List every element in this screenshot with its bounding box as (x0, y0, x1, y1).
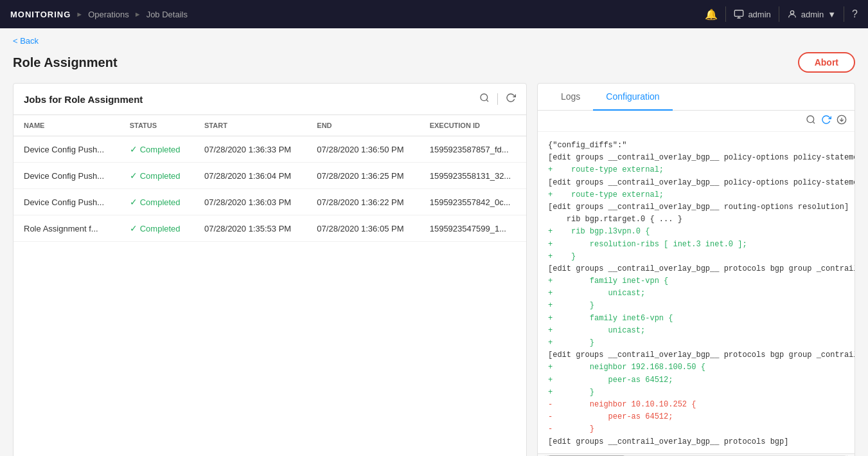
status-label: Completed (140, 224, 181, 233)
jobs-table: NAME STATUS START END EXECUTION ID Devic… (13, 115, 526, 242)
left-panel: Jobs for Role Assignment NAME STATUS (13, 83, 527, 456)
nav-icons: 🔔 admin admin ▼ ? (705, 6, 858, 22)
check-icon: ✓ (130, 170, 137, 181)
admin-monitor[interactable]: admin (734, 9, 770, 19)
config-line-normal: {"config_diffs":" (548, 141, 626, 150)
panel-header-icons (479, 93, 516, 105)
config-line-normal: [edit groups __contrail_overlay_bgp__ po… (548, 178, 855, 187)
svg-rect-0 (735, 10, 743, 16)
cell-status: ✓ Completed (120, 136, 194, 163)
config-line-normal: [edit groups __contrail_overlay_bgp__ po… (548, 153, 855, 162)
cell-execution-id: 1595923557842_0c... (420, 189, 526, 215)
table-row[interactable]: Device Config Push... ✓ Completed 07/28/… (13, 136, 526, 163)
top-nav: MONITORING ► Operations ► Job Details 🔔 … (0, 0, 868, 28)
main-layout: Jobs for Role Assignment NAME STATUS (13, 83, 855, 456)
config-line-normal: [edit groups __contrail_overlay_bgp__ pr… (548, 351, 855, 360)
config-line-normal: rib bgp.rtarget.0 { ... } (548, 215, 682, 224)
cell-execution-id: 1595923547599_1... (420, 215, 526, 242)
cell-execution-id: 1595923558131_32... (420, 163, 526, 189)
svg-point-2 (481, 94, 488, 101)
table-row[interactable]: Device Config Push... ✓ Completed 07/28/… (13, 163, 526, 189)
svg-line-3 (486, 100, 488, 102)
config-line-normal: [edit groups __contrail_overlay_bgp__ pr… (548, 264, 855, 273)
scrollbar-bottom[interactable]: ◀ ▶ (538, 453, 855, 456)
config-line-removed: - neighbor 10.10.10.252 { (548, 400, 696, 409)
cell-start: 07/28/2020 1:36:04 PM (194, 163, 306, 189)
cell-name: Device Config Push... (13, 136, 120, 163)
back-link[interactable]: < Back (13, 36, 39, 46)
user-icon (787, 9, 797, 19)
nav-arrow-1: ► (76, 10, 83, 18)
config-line-added: + } (548, 338, 594, 347)
admin-user[interactable]: admin ▼ (787, 9, 836, 19)
col-execution-id: EXECUTION ID (420, 115, 526, 136)
cell-status: ✓ Completed (120, 163, 194, 189)
config-content[interactable]: {"config_diffs":" [edit groups __contrai… (538, 132, 855, 453)
config-line-added: + } (548, 252, 576, 261)
tab-logs[interactable]: Logs (548, 84, 593, 111)
table-header-row: NAME STATUS START END EXECUTION ID (13, 115, 526, 136)
config-line-added: + unicast; (548, 289, 645, 298)
monitor-icon (734, 9, 744, 19)
cell-start: 07/28/2020 1:36:33 PM (194, 136, 306, 163)
col-end: END (306, 115, 419, 136)
abort-button[interactable]: Abort (798, 52, 855, 73)
col-name: NAME (13, 115, 120, 136)
search-icon (479, 93, 490, 103)
refresh-button[interactable] (506, 93, 516, 105)
svg-line-5 (813, 122, 815, 123)
page-header: Role Assignment Abort (13, 52, 855, 73)
check-icon: ✓ (130, 144, 137, 154)
cell-name: Device Config Push... (13, 163, 120, 189)
config-line-normal: [edit groups __contrail_overlay_bgp__ pr… (548, 437, 788, 446)
header-icon-divider (497, 93, 498, 105)
cell-end: 07/28/2020 1:36:05 PM (306, 215, 419, 242)
status-label: Completed (140, 145, 181, 154)
page-title: Role Assignment (13, 55, 118, 70)
table-row[interactable]: Role Assignment f... ✓ Completed 07/28/2… (13, 215, 526, 242)
svg-point-1 (790, 11, 793, 14)
config-line-removed: - peer-as 64512; (548, 412, 673, 421)
cell-end: 07/28/2020 1:36:50 PM (306, 136, 419, 163)
status-label: Completed (140, 197, 181, 207)
nav-divider-3 (844, 6, 844, 22)
table-row[interactable]: Device Config Push... ✓ Completed 07/28/… (13, 189, 526, 215)
config-line-added: + family inet-vpn { (548, 277, 668, 286)
config-refresh-icon[interactable] (821, 114, 831, 127)
admin-label-1: admin (748, 10, 770, 19)
config-line-added: + resolution-ribs [ inet.3 inet.0 ]; (548, 240, 747, 249)
tabs-bar: Logs Configuration (538, 84, 855, 111)
col-status: STATUS (120, 115, 194, 136)
cell-name: Device Config Push... (13, 189, 120, 215)
tab-configuration[interactable]: Configuration (593, 84, 672, 111)
cell-start: 07/28/2020 1:35:53 PM (194, 215, 306, 242)
config-search-icon[interactable] (806, 114, 816, 127)
nav-divider-2 (779, 6, 779, 22)
svg-point-4 (807, 116, 814, 123)
jobs-tbody: Device Config Push... ✓ Completed 07/28/… (13, 136, 526, 242)
cell-start: 07/28/2020 1:36:03 PM (194, 189, 306, 215)
nav-operations[interactable]: Operations (88, 10, 129, 19)
check-icon: ✓ (130, 223, 137, 233)
help-icon[interactable]: ? (852, 8, 858, 20)
cell-name: Role Assignment f... (13, 215, 120, 242)
config-line-added: + unicast; (548, 326, 645, 335)
cell-end: 07/28/2020 1:36:25 PM (306, 163, 419, 189)
brand-label: MONITORING (10, 10, 71, 19)
right-panel: Logs Configuration {"config_diffs":" [ed… (537, 83, 855, 456)
status-label: Completed (140, 171, 181, 181)
refresh-icon (506, 93, 516, 103)
config-line-removed: - } (548, 424, 594, 433)
notification-icon[interactable]: 🔔 (705, 8, 718, 21)
search-button[interactable] (479, 93, 490, 105)
config-line-added: + family inet6-vpn { (548, 314, 673, 323)
config-download-icon[interactable] (837, 114, 847, 127)
nav-job-details[interactable]: Job Details (146, 10, 188, 19)
config-line-added: + } (548, 301, 594, 310)
config-line-added: + } (548, 388, 594, 397)
cell-status: ✓ Completed (120, 215, 194, 242)
panel-header: Jobs for Role Assignment (13, 84, 526, 115)
nav-arrow-2: ► (134, 10, 141, 18)
panel-title: Jobs for Role Assignment (24, 94, 143, 105)
page-content: < Back Role Assignment Abort Jobs for Ro… (0, 28, 868, 456)
